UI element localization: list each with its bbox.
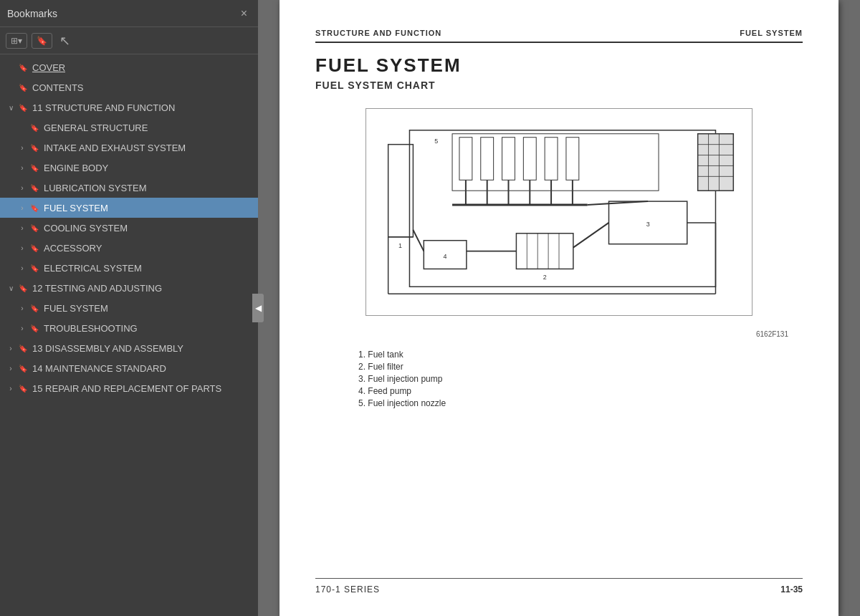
bookmark-item-cooling[interactable]: ›🔖COOLING SYSTEM xyxy=(0,218,258,238)
chevron-icon: › xyxy=(17,164,27,172)
page-footer: 170-1 SERIES 11-35 xyxy=(315,578,803,595)
header-controls: × xyxy=(237,6,251,21)
bookmark-add-button[interactable]: 🔖 xyxy=(32,33,52,49)
legend-item: 3. Fuel injection pump xyxy=(358,374,803,384)
bookmark-item-accessory[interactable]: ›🔖ACCESSORY xyxy=(0,238,258,258)
svg-text:4: 4 xyxy=(444,253,447,260)
legend-item: 4. Feed pump xyxy=(358,386,803,396)
bookmarks-panel: Bookmarks × ⊞▾ 🔖 ↖ 🔖COVER🔖CONTENTS∨🔖11 S… xyxy=(0,0,258,616)
bookmark-label: 15 REPAIR AND REPLACEMENT OF PARTS xyxy=(32,383,221,394)
bookmark-item-lubrication[interactable]: ›🔖LUBRICATION SYSTEM xyxy=(0,178,258,198)
bookmarks-list[interactable]: 🔖COVER🔖CONTENTS∨🔖11 STRUCTURE AND FUNCTI… xyxy=(0,54,258,616)
footer-page-number: 11-35 xyxy=(780,584,803,595)
bookmark-label: INTAKE AND EXHAUST SYSTEM xyxy=(44,143,186,153)
bookmark-icon: 🔖 xyxy=(17,64,29,72)
bookmark-label: FUEL SYSTEM xyxy=(44,303,108,314)
bookmarks-header: Bookmarks × xyxy=(0,0,258,27)
chevron-icon: › xyxy=(17,304,27,312)
bookmark-item-general_structure[interactable]: 🔖GENERAL STRUCTURE xyxy=(0,117,258,138)
legend-item: 2. Fuel filter xyxy=(358,362,803,372)
bookmark-item-sec11[interactable]: ∨🔖11 STRUCTURE AND FUNCTION xyxy=(0,97,258,117)
bookmark-label: 14 MAINTENANCE STANDARD xyxy=(32,363,166,374)
bookmark-item-contents[interactable]: 🔖CONTENTS xyxy=(0,77,258,97)
svg-text:2: 2 xyxy=(543,274,547,281)
bookmarks-title: Bookmarks xyxy=(7,8,57,19)
bookmark-label: LUBRICATION SYSTEM xyxy=(44,183,147,193)
legend: 1. Fuel tank2. Fuel filter3. Fuel inject… xyxy=(315,350,803,408)
bookmark-item-sec13[interactable]: ›🔖13 DISASSEMBLY AND ASSEMBLY xyxy=(0,338,258,358)
bookmark-icon: 🔖 xyxy=(29,184,40,192)
chevron-icon: › xyxy=(6,345,16,352)
bookmark-icon: 🔖 xyxy=(29,164,40,172)
bookmark-label: COVER xyxy=(32,62,65,73)
svg-text:3: 3 xyxy=(646,221,650,228)
bookmark-icon: 🔖 xyxy=(17,284,29,292)
document-title: FUEL SYSTEM xyxy=(315,54,803,77)
bookmark-item-troubleshooting[interactable]: ›🔖TROUBLESHOOTING xyxy=(0,318,258,338)
chevron-icon: › xyxy=(17,144,27,152)
bookmark-item-electrical[interactable]: ›🔖ELECTRICAL SYSTEM xyxy=(0,258,258,278)
bookmark-label: TROUBLESHOOTING xyxy=(44,323,138,334)
document-subtitle: FUEL SYSTEM CHART xyxy=(315,80,803,91)
chevron-icon: › xyxy=(6,365,16,372)
bookmark-icon: 🔖 xyxy=(29,224,40,232)
bookmark-label: FUEL SYSTEM xyxy=(44,203,108,213)
bookmark-icon: 🔖 xyxy=(29,144,40,152)
svg-text:5: 5 xyxy=(434,138,438,145)
bookmark-icon: 🔖 xyxy=(29,244,40,252)
bookmark-item-cover[interactable]: 🔖COVER xyxy=(0,57,258,77)
bookmark-label: 13 DISASSEMBLY AND ASSEMBLY xyxy=(32,343,183,354)
svg-rect-46 xyxy=(698,134,734,191)
bookmark-item-intake_exhaust[interactable]: ›🔖INTAKE AND EXHAUST SYSTEM xyxy=(0,138,258,158)
chevron-icon: › xyxy=(17,264,27,272)
collapse-panel-button[interactable]: ◀ xyxy=(252,294,264,322)
bookmark-icon: 🔖 xyxy=(29,304,40,312)
chevron-icon: ∨ xyxy=(6,284,16,292)
bookmark-label: ELECTRICAL SYSTEM xyxy=(44,263,142,274)
bookmark-item-engine_body[interactable]: ›🔖ENGINE BODY xyxy=(0,158,258,178)
bookmark-icon: 🔖 xyxy=(17,345,29,352)
cursor-icon: ↖ xyxy=(59,33,70,49)
bookmark-icon: 🔖 xyxy=(17,104,29,112)
footer-series: 170-1 SERIES xyxy=(315,584,380,595)
svg-text:1: 1 xyxy=(398,242,402,249)
bookmark-label: GENERAL STRUCTURE xyxy=(44,122,148,133)
chevron-icon: › xyxy=(17,324,27,332)
bookmark-label: COOLING SYSTEM xyxy=(44,223,128,234)
page-header-left: STRUCTURE AND FUNCTION xyxy=(315,29,441,37)
bookmark-icon: 🔖 xyxy=(29,264,40,272)
chevron-icon: › xyxy=(6,385,16,393)
legend-item: 1. Fuel tank xyxy=(358,350,803,360)
view-options-button[interactable]: ⊞▾ xyxy=(6,33,27,49)
diagram-reference: 6162F131 xyxy=(315,330,803,338)
bookmark-label: ACCESSORY xyxy=(44,243,102,254)
bookmark-icon: 🔖 xyxy=(17,385,29,393)
chevron-icon: › xyxy=(17,244,27,252)
bookmark-item-sec14[interactable]: ›🔖14 MAINTENANCE STANDARD xyxy=(0,358,258,378)
bookmark-icon: 🔖 xyxy=(17,365,29,372)
bookmark-label: CONTENTS xyxy=(32,82,84,93)
legend-item: 5. Fuel injection nozzle xyxy=(358,398,803,408)
chevron-icon: ∨ xyxy=(6,104,16,112)
bookmark-item-sec12[interactable]: ∨🔖12 TESTING AND ADJUSTING xyxy=(0,278,258,298)
bookmarks-toolbar: ⊞▾ 🔖 ↖ xyxy=(0,27,258,54)
bookmark-icon: 🔖 xyxy=(29,124,40,132)
bookmark-icon: 🔖 xyxy=(29,204,40,212)
bookmark-label: 12 TESTING AND ADJUSTING xyxy=(32,283,162,294)
chevron-icon: › xyxy=(17,224,27,232)
document-panel: STRUCTURE AND FUNCTION FUEL SYSTEM FUEL … xyxy=(258,0,860,616)
chevron-icon: › xyxy=(17,184,27,192)
bookmark-label: 11 STRUCTURE AND FUNCTION xyxy=(32,102,175,113)
bookmark-item-fuel_system[interactable]: ›🔖FUEL SYSTEM xyxy=(0,198,258,218)
svg-rect-0 xyxy=(367,109,751,315)
page-header: STRUCTURE AND FUNCTION FUEL SYSTEM xyxy=(315,29,803,43)
close-button[interactable]: × xyxy=(237,6,251,21)
bookmark-icon: 🔖 xyxy=(29,324,40,332)
bookmark-icon: 🔖 xyxy=(17,84,29,92)
fuel-system-diagram: 1 xyxy=(366,108,752,316)
bookmark-item-sec15[interactable]: ›🔖15 REPAIR AND REPLACEMENT OF PARTS xyxy=(0,378,258,398)
bookmark-label: ENGINE BODY xyxy=(44,163,108,173)
bookmark-item-fuel_system_12[interactable]: ›🔖FUEL SYSTEM xyxy=(0,298,258,318)
chevron-icon: › xyxy=(17,204,27,212)
page-container: STRUCTURE AND FUNCTION FUEL SYSTEM FUEL … xyxy=(280,0,838,616)
